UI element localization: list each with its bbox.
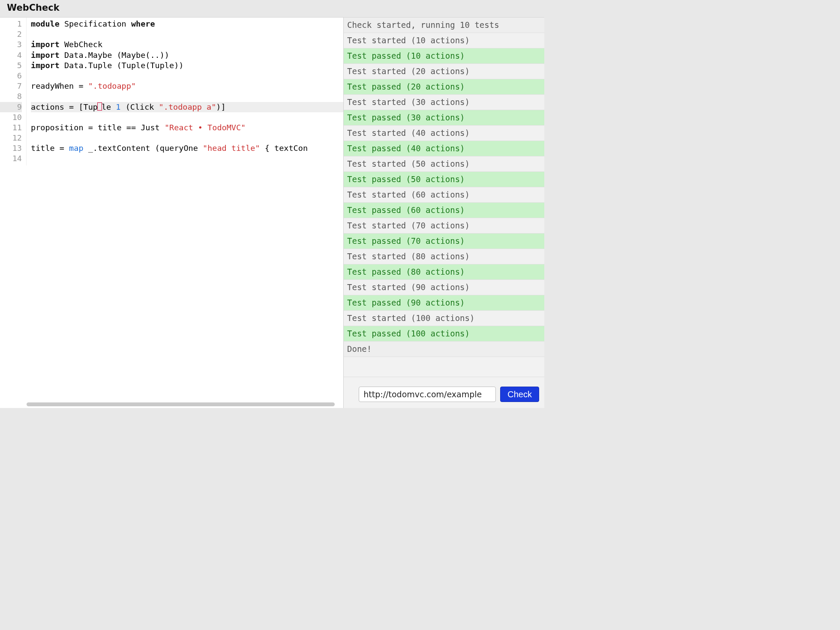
code-token: Specification (64, 19, 131, 28)
code-line[interactable]: import WebCheck (31, 39, 343, 50)
result-item-started: Test started (60 actions) (344, 187, 544, 203)
result-item-info: Done! (344, 342, 544, 357)
result-item-started: Test started (10 actions) (344, 33, 544, 48)
result-item-passed: Test passed (30 actions) (344, 110, 544, 126)
bottom-bar: Check (344, 377, 544, 408)
line-number-gutter: 1234567891011121314 (0, 18, 27, 165)
code-line[interactable]: readyWhen = ".todoapp" (31, 81, 343, 91)
code-token: import (31, 40, 64, 49)
line-number: 2 (0, 29, 22, 39)
line-number: 11 (0, 123, 22, 133)
code-token: import (31, 51, 64, 60)
header-bar: WebCheck (0, 0, 544, 17)
results-list[interactable]: Check started, running 10 testsTest star… (344, 18, 544, 377)
code-lines[interactable]: module Specification whereimport WebChec… (27, 18, 343, 165)
code-line[interactable] (31, 153, 343, 164)
result-item-passed: Test passed (80 actions) (344, 264, 544, 280)
results-pane: Check started, running 10 testsTest star… (343, 18, 544, 408)
line-number: 3 (0, 39, 22, 50)
result-item-started: Test started (30 actions) (344, 95, 544, 110)
code-token: title = (31, 144, 69, 153)
code-line[interactable] (31, 112, 343, 123)
line-number: 14 (0, 153, 22, 164)
line-number: 8 (0, 91, 22, 102)
code-line[interactable]: import Data.Tuple (Tuple(Tuple)) (31, 60, 343, 71)
code-line[interactable]: title = map _.textContent (queryOne "hea… (31, 143, 343, 153)
editor-scroll[interactable]: 1234567891011121314 module Specification… (0, 18, 343, 408)
result-item-started: Test started (40 actions) (344, 126, 544, 141)
code-token: actions = [Tup (31, 102, 98, 111)
line-number: 1 (0, 19, 22, 29)
code-token: 1 (116, 102, 120, 111)
line-number: 10 (0, 112, 22, 123)
code-token: _.textContent (queryOne (84, 144, 203, 153)
code-line[interactable]: actions = [Tuple 1 (Click ".todoapp a")] (31, 102, 343, 112)
result-item-passed: Test passed (50 actions) (344, 172, 544, 187)
code-token: Data.Maybe (Maybe(..)) (64, 51, 169, 60)
line-number: 6 (0, 71, 22, 81)
code-token: readyWhen = (31, 81, 88, 90)
main-split: 1234567891011121314 module Specification… (0, 17, 544, 408)
code-token: import (31, 61, 64, 70)
code-token: le (102, 102, 116, 111)
code-token: ".todoapp" (88, 81, 136, 90)
line-number: 13 (0, 143, 22, 153)
code-token: proposition = title == Just (31, 123, 165, 132)
result-item-started: Test started (70 actions) (344, 218, 544, 234)
code-line[interactable] (31, 133, 343, 143)
result-item-passed: Test passed (10 actions) (344, 48, 544, 64)
result-item-passed: Test passed (90 actions) (344, 295, 544, 311)
code-token: map (69, 144, 83, 153)
code-line[interactable] (31, 71, 343, 81)
code-token: )] (216, 102, 225, 111)
code-token: where (131, 19, 155, 28)
line-number: 4 (0, 50, 22, 60)
result-item-info: Check started, running 10 tests (344, 18, 544, 33)
code-token: Data.Tuple (Tuple(Tuple)) (64, 61, 183, 70)
code-area[interactable]: 1234567891011121314 module Specification… (0, 18, 343, 165)
result-item-passed: Test passed (60 actions) (344, 203, 544, 218)
code-token: WebCheck (64, 40, 102, 49)
app-title: WebCheck (7, 3, 537, 13)
code-line[interactable] (31, 29, 343, 39)
line-number: 9 (0, 102, 22, 112)
result-item-started: Test started (100 actions) (344, 311, 544, 326)
editor-pane: 1234567891011121314 module Specification… (0, 18, 343, 408)
check-button[interactable]: Check (500, 387, 539, 402)
line-number: 7 (0, 81, 22, 91)
code-line[interactable]: module Specification where (31, 19, 343, 29)
code-token: "head title" (203, 144, 260, 153)
result-item-passed: Test passed (100 actions) (344, 326, 544, 342)
line-number: 12 (0, 133, 22, 143)
result-item-started: Test started (20 actions) (344, 64, 544, 79)
code-line[interactable]: proposition = title == Just "React • Tod… (31, 123, 343, 133)
result-item-passed: Test passed (20 actions) (344, 79, 544, 95)
code-line[interactable] (31, 91, 343, 102)
result-item-passed: Test passed (70 actions) (344, 234, 544, 249)
result-item-started: Test started (50 actions) (344, 156, 544, 172)
code-line[interactable]: import Data.Maybe (Maybe(..)) (31, 50, 343, 60)
line-number: 5 (0, 60, 22, 71)
code-token: { textCon (260, 144, 308, 153)
code-token: ".todoapp a" (159, 102, 216, 111)
app-root: WebCheck 1234567891011121314 module Spec… (0, 0, 544, 408)
result-item-started: Test started (80 actions) (344, 249, 544, 264)
code-token: (Click (121, 102, 159, 111)
result-item-started: Test started (90 actions) (344, 280, 544, 295)
url-input[interactable] (359, 387, 496, 402)
editor-horizontal-scrollbar[interactable] (27, 402, 335, 406)
result-item-passed: Test passed (40 actions) (344, 141, 544, 156)
code-token: "React • TodoMVC" (165, 123, 246, 132)
code-token: module (31, 19, 64, 28)
